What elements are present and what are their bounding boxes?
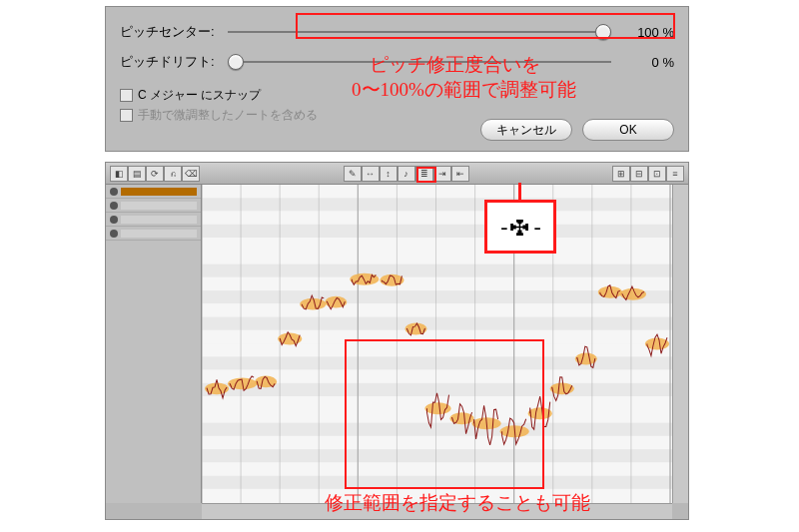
svg-rect-18 — [202, 423, 672, 436]
slider-track-line — [228, 61, 611, 63]
svg-rect-4 — [202, 238, 672, 251]
track-dot-icon — [110, 216, 118, 224]
toolbar-button[interactable]: ≡ — [666, 166, 684, 182]
svg-rect-13 — [202, 356, 672, 369]
snap-checkbox-row[interactable]: C メジャー にスナップ — [120, 85, 674, 105]
snap-checkbox[interactable] — [120, 89, 133, 102]
toolbar-button[interactable]: ⊟ — [630, 166, 648, 182]
svg-rect-9 — [202, 303, 672, 316]
toolbar-button[interactable]: ↕ — [380, 166, 398, 182]
toolbar-left: ◧▤⟳⎌⌫ — [110, 166, 200, 182]
track-bar — [121, 188, 197, 196]
melodyne-editor: ◧▤⟳⎌⌫ ✎↔↕♪≣⇥⇤ ⊞⊟⊡≡ — [105, 162, 689, 520]
toolbar-mid: ✎↔↕♪≣⇥⇤ — [344, 166, 469, 182]
track-row[interactable] — [106, 199, 201, 213]
toolbar-right: ⊞⊟⊡≡ — [612, 166, 684, 182]
svg-rect-6 — [202, 265, 672, 277]
pitch-center-slider[interactable] — [228, 25, 611, 39]
toolbar-button[interactable]: ⟳ — [146, 166, 164, 182]
pitch-center-value: 100 % — [619, 25, 674, 40]
toolbar-button[interactable]: ◧ — [110, 166, 128, 182]
pitch-drift-label: ピッチドリフト: — [120, 53, 220, 71]
slider-track-line — [228, 31, 611, 33]
track-row[interactable] — [106, 213, 201, 227]
vertical-scrollbar[interactable] — [672, 185, 688, 503]
pitch-center-row: ピッチセンター: 100 % — [120, 17, 674, 47]
track-dot-icon — [110, 202, 118, 210]
horizontal-scrollbar[interactable] — [202, 503, 672, 519]
cancel-button[interactable]: キャンセル — [480, 119, 572, 141]
pitch-drift-thumb[interactable] — [228, 54, 244, 70]
editor-toolbar: ◧▤⟳⎌⌫ ✎↔↕♪≣⇥⇤ ⊞⊟⊡≡ — [106, 163, 688, 185]
svg-rect-19 — [202, 436, 672, 449]
svg-rect-5 — [202, 251, 672, 264]
toolbar-button[interactable]: ↔ — [362, 166, 380, 182]
pitch-plot[interactable] — [202, 185, 672, 503]
toolbar-button[interactable]: ⇥ — [433, 166, 451, 182]
ok-button[interactable]: OK — [582, 119, 674, 141]
track-dot-icon — [110, 230, 118, 238]
pitch-center-thumb[interactable] — [595, 24, 611, 40]
toolbar-button[interactable]: ⎌ — [164, 166, 182, 182]
track-bar — [121, 216, 197, 224]
plot-svg — [202, 185, 672, 503]
toolbar-button[interactable]: ✎ — [344, 166, 362, 182]
toolbar-button[interactable]: ⊡ — [648, 166, 666, 182]
toolbar-button[interactable]: ≣ — [415, 166, 433, 182]
track-bar — [121, 202, 197, 210]
svg-rect-21 — [202, 462, 672, 475]
track-row[interactable] — [106, 185, 201, 199]
track-list — [106, 185, 202, 503]
toolbar-button[interactable]: ♪ — [398, 166, 415, 182]
manual-checkbox — [120, 109, 133, 122]
pitch-dialog: ピッチセンター: 100 % ピッチドリフト: 0 % C メジャー にスナップ… — [105, 6, 689, 152]
dialog-buttons: キャンセル OK — [480, 119, 674, 141]
svg-rect-22 — [202, 476, 672, 489]
pitch-correct-icon: -⧾- — [497, 215, 543, 240]
track-row[interactable] — [106, 227, 201, 241]
pitch-tool-callout: -⧾- — [484, 200, 556, 254]
svg-rect-10 — [202, 317, 672, 330]
pitch-drift-row: ピッチドリフト: 0 % — [120, 47, 674, 77]
snap-label: C メジャー にスナップ — [138, 87, 261, 104]
track-bar — [121, 230, 197, 238]
svg-rect-12 — [202, 343, 672, 356]
svg-rect-2 — [202, 212, 672, 225]
toolbar-button[interactable]: ⇤ — [451, 166, 469, 182]
pitch-drift-slider[interactable] — [228, 55, 611, 69]
track-dot-icon — [110, 188, 118, 196]
toolbar-button[interactable]: ▤ — [128, 166, 146, 182]
svg-rect-3 — [202, 225, 672, 238]
toolbar-button[interactable]: ⊞ — [612, 166, 630, 182]
toolbar-button[interactable]: ⌫ — [182, 166, 200, 182]
manual-label: 手動で微調整したノートを含める — [138, 107, 318, 124]
svg-rect-11 — [202, 330, 672, 343]
svg-rect-20 — [202, 449, 672, 462]
svg-rect-23 — [202, 489, 672, 502]
pitch-drift-value: 0 % — [619, 55, 674, 70]
pitch-center-label: ピッチセンター: — [120, 23, 220, 41]
